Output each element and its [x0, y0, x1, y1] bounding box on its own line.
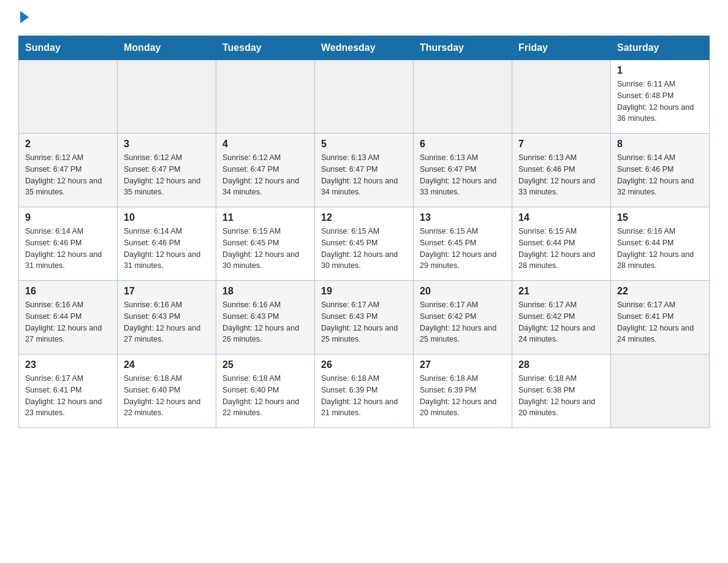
- calendar-week-row: 9Sunrise: 6:14 AMSunset: 6:46 PMDaylight…: [19, 207, 710, 281]
- day-info: Sunrise: 6:18 AMSunset: 6:40 PMDaylight:…: [222, 373, 308, 419]
- day-info: Sunrise: 6:17 AMSunset: 6:41 PMDaylight:…: [617, 299, 703, 345]
- calendar-cell: 22Sunrise: 6:17 AMSunset: 6:41 PMDayligh…: [611, 281, 710, 354]
- calendar-cell: 4Sunrise: 6:12 AMSunset: 6:47 PMDaylight…: [216, 134, 315, 207]
- day-number: 24: [124, 359, 210, 370]
- day-number: 28: [518, 359, 604, 370]
- day-info: Sunrise: 6:14 AMSunset: 6:46 PMDaylight:…: [124, 226, 210, 272]
- day-number: 18: [222, 286, 308, 297]
- day-number: 2: [25, 139, 111, 150]
- day-info: Sunrise: 6:18 AMSunset: 6:40 PMDaylight:…: [124, 373, 210, 419]
- day-info: Sunrise: 6:15 AMSunset: 6:44 PMDaylight:…: [518, 226, 604, 272]
- day-number: 9: [25, 212, 111, 223]
- calendar-cell: 14Sunrise: 6:15 AMSunset: 6:44 PMDayligh…: [512, 207, 611, 281]
- day-info: Sunrise: 6:15 AMSunset: 6:45 PMDaylight:…: [222, 226, 308, 272]
- calendar-cell: [216, 60, 315, 134]
- calendar-cell: 21Sunrise: 6:17 AMSunset: 6:42 PMDayligh…: [512, 281, 611, 354]
- calendar-cell: [611, 354, 710, 428]
- calendar-cell: 10Sunrise: 6:14 AMSunset: 6:46 PMDayligh…: [118, 207, 216, 281]
- day-number: 16: [25, 286, 111, 297]
- calendar-cell: 27Sunrise: 6:18 AMSunset: 6:39 PMDayligh…: [414, 354, 512, 428]
- logo: [18, 12, 29, 25]
- calendar-header-row: SundayMondayTuesdayWednesdayThursdayFrid…: [19, 36, 710, 60]
- calendar-cell: 2Sunrise: 6:12 AMSunset: 6:47 PMDaylight…: [19, 134, 118, 207]
- day-info: Sunrise: 6:11 AMSunset: 6:48 PMDaylight:…: [617, 79, 703, 124]
- calendar-cell: 1Sunrise: 6:11 AMSunset: 6:48 PMDaylight…: [611, 60, 710, 134]
- calendar-cell: [19, 60, 118, 134]
- calendar-cell: 7Sunrise: 6:13 AMSunset: 6:46 PMDaylight…: [512, 134, 611, 207]
- day-number: 4: [222, 139, 308, 150]
- day-number: 10: [124, 212, 210, 223]
- calendar-cell: [414, 60, 512, 134]
- weekday-header-wednesday: Wednesday: [315, 36, 414, 60]
- day-number: 5: [321, 139, 407, 150]
- calendar-cell: 8Sunrise: 6:14 AMSunset: 6:46 PMDaylight…: [611, 134, 710, 207]
- day-info: Sunrise: 6:17 AMSunset: 6:41 PMDaylight:…: [25, 373, 111, 419]
- calendar-week-row: 16Sunrise: 6:16 AMSunset: 6:44 PMDayligh…: [19, 281, 710, 354]
- day-number: 21: [518, 286, 604, 297]
- day-number: 19: [321, 286, 407, 297]
- calendar-cell: 25Sunrise: 6:18 AMSunset: 6:40 PMDayligh…: [216, 354, 315, 428]
- weekday-header-monday: Monday: [118, 36, 216, 60]
- calendar-cell: 20Sunrise: 6:17 AMSunset: 6:42 PMDayligh…: [414, 281, 512, 354]
- day-number: 6: [420, 139, 506, 150]
- calendar-cell: 6Sunrise: 6:13 AMSunset: 6:47 PMDaylight…: [414, 134, 512, 207]
- weekday-header-thursday: Thursday: [414, 36, 512, 60]
- day-info: Sunrise: 6:16 AMSunset: 6:43 PMDaylight:…: [222, 299, 308, 345]
- calendar-cell: [118, 60, 216, 134]
- day-info: Sunrise: 6:18 AMSunset: 6:39 PMDaylight:…: [321, 373, 407, 419]
- calendar-cell: 12Sunrise: 6:15 AMSunset: 6:45 PMDayligh…: [315, 207, 414, 281]
- calendar-cell: 3Sunrise: 6:12 AMSunset: 6:47 PMDaylight…: [118, 134, 216, 207]
- day-info: Sunrise: 6:13 AMSunset: 6:46 PMDaylight:…: [518, 152, 604, 198]
- calendar-week-row: 1Sunrise: 6:11 AMSunset: 6:48 PMDaylight…: [19, 60, 710, 134]
- day-number: 8: [617, 139, 703, 150]
- weekday-header-sunday: Sunday: [19, 36, 118, 60]
- weekday-header-saturday: Saturday: [611, 36, 710, 60]
- day-info: Sunrise: 6:16 AMSunset: 6:44 PMDaylight:…: [617, 226, 703, 272]
- day-info: Sunrise: 6:16 AMSunset: 6:43 PMDaylight:…: [124, 299, 210, 345]
- day-info: Sunrise: 6:14 AMSunset: 6:46 PMDaylight:…: [617, 152, 703, 198]
- day-number: 20: [420, 286, 506, 297]
- day-info: Sunrise: 6:12 AMSunset: 6:47 PMDaylight:…: [124, 152, 210, 198]
- day-info: Sunrise: 6:18 AMSunset: 6:38 PMDaylight:…: [518, 373, 604, 419]
- day-info: Sunrise: 6:13 AMSunset: 6:47 PMDaylight:…: [321, 152, 407, 198]
- calendar-cell: [512, 60, 611, 134]
- day-number: 3: [124, 139, 210, 150]
- day-info: Sunrise: 6:12 AMSunset: 6:47 PMDaylight:…: [25, 152, 111, 198]
- day-info: Sunrise: 6:15 AMSunset: 6:45 PMDaylight:…: [321, 226, 407, 272]
- calendar-cell: 24Sunrise: 6:18 AMSunset: 6:40 PMDayligh…: [118, 354, 216, 428]
- weekday-header-tuesday: Tuesday: [216, 36, 315, 60]
- day-number: 13: [420, 212, 506, 223]
- day-number: 23: [25, 359, 111, 370]
- calendar-cell: 19Sunrise: 6:17 AMSunset: 6:43 PMDayligh…: [315, 281, 414, 354]
- calendar-cell: 5Sunrise: 6:13 AMSunset: 6:47 PMDaylight…: [315, 134, 414, 207]
- calendar-cell: 16Sunrise: 6:16 AMSunset: 6:44 PMDayligh…: [19, 281, 118, 354]
- day-number: 22: [617, 286, 703, 297]
- day-info: Sunrise: 6:15 AMSunset: 6:45 PMDaylight:…: [420, 226, 506, 272]
- calendar-cell: 28Sunrise: 6:18 AMSunset: 6:38 PMDayligh…: [512, 354, 611, 428]
- day-info: Sunrise: 6:16 AMSunset: 6:44 PMDaylight:…: [25, 299, 111, 345]
- calendar-cell: 13Sunrise: 6:15 AMSunset: 6:45 PMDayligh…: [414, 207, 512, 281]
- day-number: 25: [222, 359, 308, 370]
- day-info: Sunrise: 6:13 AMSunset: 6:47 PMDaylight:…: [420, 152, 506, 198]
- day-number: 1: [617, 65, 703, 76]
- day-info: Sunrise: 6:17 AMSunset: 6:43 PMDaylight:…: [321, 299, 407, 345]
- day-info: Sunrise: 6:14 AMSunset: 6:46 PMDaylight:…: [25, 226, 111, 272]
- day-number: 27: [420, 359, 506, 370]
- calendar-week-row: 2Sunrise: 6:12 AMSunset: 6:47 PMDaylight…: [19, 134, 710, 207]
- day-number: 15: [617, 212, 703, 223]
- calendar-table: SundayMondayTuesdayWednesdayThursdayFrid…: [18, 36, 710, 428]
- day-info: Sunrise: 6:18 AMSunset: 6:39 PMDaylight:…: [420, 373, 506, 419]
- calendar-cell: 17Sunrise: 6:16 AMSunset: 6:43 PMDayligh…: [118, 281, 216, 354]
- day-number: 12: [321, 212, 407, 223]
- day-info: Sunrise: 6:17 AMSunset: 6:42 PMDaylight:…: [518, 299, 604, 345]
- day-info: Sunrise: 6:17 AMSunset: 6:42 PMDaylight:…: [420, 299, 506, 345]
- day-number: 26: [321, 359, 407, 370]
- calendar-week-row: 23Sunrise: 6:17 AMSunset: 6:41 PMDayligh…: [19, 354, 710, 428]
- calendar-cell: 26Sunrise: 6:18 AMSunset: 6:39 PMDayligh…: [315, 354, 414, 428]
- day-number: 17: [124, 286, 210, 297]
- day-number: 11: [222, 212, 308, 223]
- logo-arrow-icon: [20, 11, 29, 23]
- day-info: Sunrise: 6:12 AMSunset: 6:47 PMDaylight:…: [222, 152, 308, 198]
- calendar-cell: [315, 60, 414, 134]
- calendar-cell: 11Sunrise: 6:15 AMSunset: 6:45 PMDayligh…: [216, 207, 315, 281]
